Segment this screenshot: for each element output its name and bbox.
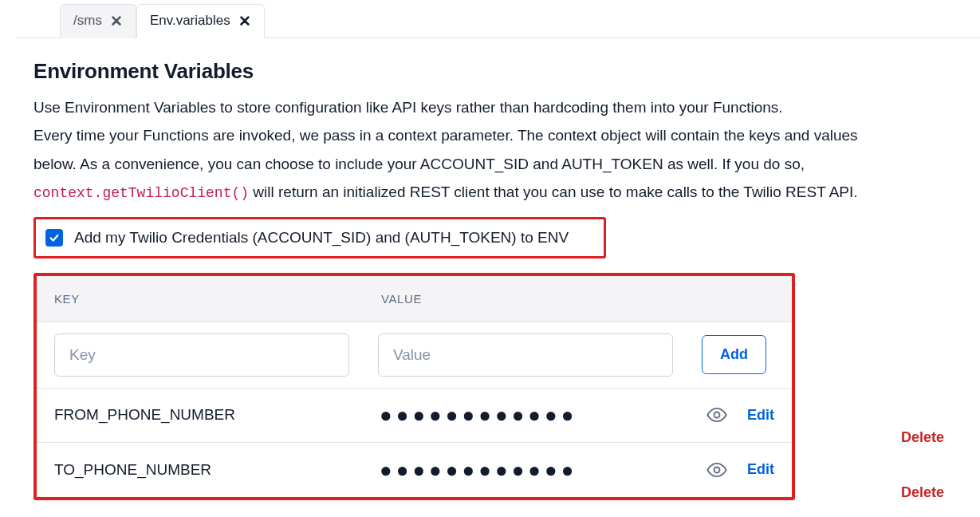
edit-button[interactable]: Edit bbox=[747, 407, 774, 424]
table-row: FROM_PHONE_NUMBER ●●●●●●●●●●●● Edit bbox=[37, 389, 792, 443]
value-input[interactable] bbox=[378, 333, 673, 377]
svg-point-1 bbox=[714, 467, 720, 472]
delete-button[interactable]: Delete bbox=[901, 429, 944, 446]
add-button[interactable]: Add bbox=[702, 335, 766, 374]
table-header-value: VALUE bbox=[381, 292, 792, 306]
tab-sms[interactable]: /sms ✕ bbox=[60, 4, 136, 38]
credentials-checkbox-row[interactable]: Add my Twilio Credentials (ACCOUNT_SID) … bbox=[33, 217, 606, 258]
page-title: Environment Variables bbox=[33, 59, 980, 84]
close-icon[interactable]: ✕ bbox=[238, 14, 251, 29]
table-header-row: KEY VALUE bbox=[37, 276, 792, 322]
description-line2b: below. As a convenience, you can choose … bbox=[33, 152, 980, 176]
tab-bar: /sms ✕ Env.variables ✕ bbox=[60, 0, 980, 38]
var-key: TO_PHONE_NUMBER bbox=[54, 461, 380, 479]
checkbox-checked-icon[interactable] bbox=[45, 229, 63, 247]
code-snippet: context.getTwilioClient() bbox=[33, 185, 249, 201]
edit-button[interactable]: Edit bbox=[747, 461, 774, 478]
var-value-masked: ●●●●●●●●●●●● bbox=[380, 460, 706, 480]
svg-point-0 bbox=[714, 412, 720, 418]
eye-icon[interactable] bbox=[706, 459, 728, 481]
eye-icon[interactable] bbox=[706, 404, 728, 426]
var-key: FROM_PHONE_NUMBER bbox=[54, 406, 380, 424]
env-vars-table: KEY VALUE Add FROM_PHONE_NUMBER ●●●●●●●●… bbox=[33, 273, 795, 500]
credentials-checkbox-label: Add my Twilio Credentials (ACCOUNT_SID) … bbox=[74, 229, 569, 247]
description-line2a: Every time your Functions are invoked, w… bbox=[33, 123, 980, 148]
description-suffix: will return an initialized REST client t… bbox=[249, 184, 858, 200]
close-icon[interactable]: ✕ bbox=[110, 14, 123, 29]
delete-button[interactable]: Delete bbox=[901, 484, 944, 500]
tab-sms-label: /sms bbox=[73, 13, 102, 29]
table-row: TO_PHONE_NUMBER ●●●●●●●●●●●● Edit bbox=[37, 443, 792, 497]
tab-env-label: Env.variables bbox=[150, 13, 230, 29]
tab-env-variables[interactable]: Env.variables ✕ bbox=[136, 4, 265, 38]
description-line3: context.getTwilioClient() will return an… bbox=[33, 180, 980, 206]
var-value-masked: ●●●●●●●●●●●● bbox=[380, 405, 706, 425]
new-var-row: Add bbox=[37, 322, 792, 389]
table-header-key: KEY bbox=[54, 292, 381, 306]
description-line1: Use Environment Variables to store confi… bbox=[33, 95, 980, 120]
key-input[interactable] bbox=[54, 333, 349, 377]
